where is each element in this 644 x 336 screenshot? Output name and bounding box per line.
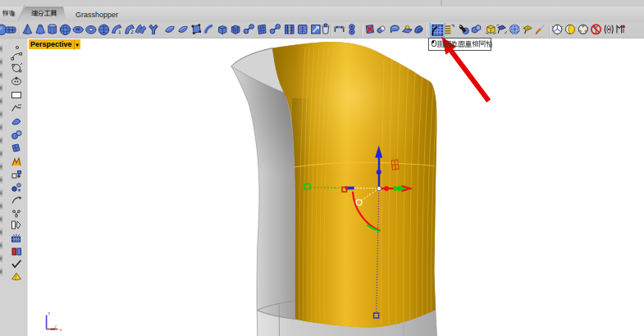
svg-text:y: y (55, 324, 57, 329)
svg-text:1: 1 (118, 30, 121, 34)
svg-text:x: x (60, 327, 62, 332)
svg-text:2: 2 (131, 30, 134, 34)
svg-text:z: z (48, 311, 51, 316)
